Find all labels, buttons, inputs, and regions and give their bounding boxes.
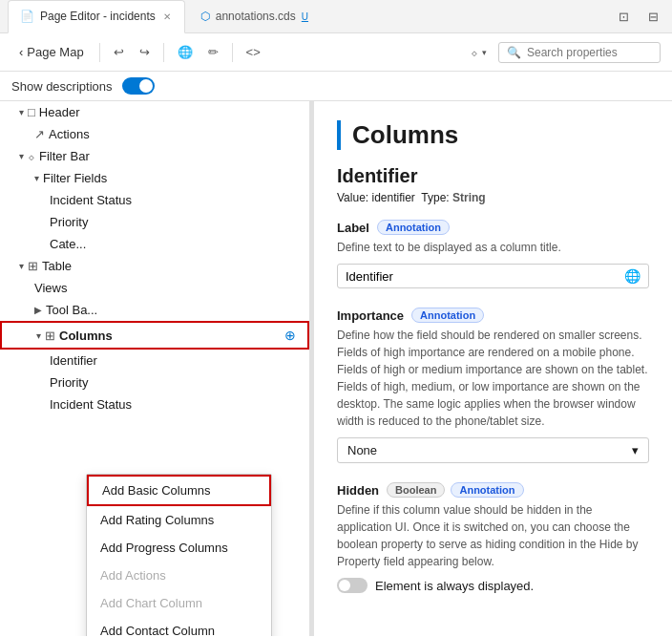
add-column-dropdown: Add Basic Columns Add Rating Columns Add… [86, 474, 272, 636]
tab-bar: 📄 Page Editor - incidents ✕ ⬡ annotation… [0, 0, 672, 33]
label-badge: Annotation [377, 220, 450, 235]
property-title: Identifier [337, 165, 649, 187]
tab-bar-actions: ⊡ ⊟ [613, 6, 664, 28]
importance-section: Importance Annotation Define how the fie… [337, 308, 649, 463]
undo-button[interactable]: ↩ [108, 41, 130, 63]
hidden-toggle-slider [337, 578, 368, 593]
tree-label-views: Views [34, 281, 67, 295]
filter-button[interactable]: ⬦ ▾ [465, 41, 493, 63]
importance-section-header: Importance Annotation [337, 308, 649, 323]
label-input-row: 🌐 [337, 264, 649, 288]
code-button[interactable]: <> [241, 41, 266, 63]
tree-item-filter-fields[interactable]: ▾ Filter Fields [0, 167, 309, 189]
tree-label-filter-bar: Filter Bar [39, 149, 90, 163]
tree-label-incident-status-col: Incident Status [50, 397, 132, 412]
label-section-header: Label Annotation [337, 220, 649, 235]
tab-annotations-label: annotations.cds [216, 10, 296, 23]
dropdown-add-chart: Add Chart Column [87, 589, 271, 617]
tab-close-page-editor[interactable]: ✕ [161, 10, 173, 24]
chevron-columns-icon: ▾ [36, 330, 41, 341]
page-editor-icon: 📄 [20, 10, 34, 23]
tree-item-filter-bar[interactable]: ▾ ⬦ Filter Bar [0, 145, 309, 167]
tree-item-views[interactable]: Views [0, 277, 309, 299]
show-descriptions-toggle[interactable] [122, 77, 155, 95]
type-value: String [452, 191, 486, 204]
importance-title: Importance [337, 308, 404, 323]
tab-page-editor[interactable]: 📄 Page Editor - incidents ✕ [8, 0, 185, 33]
hidden-description: Define if this column value should be hi… [337, 501, 649, 570]
dropdown-add-progress[interactable]: Add Progress Columns [87, 534, 271, 562]
label-section: Label Annotation Define text to be displ… [337, 220, 649, 288]
annotations-icon: ⬡ [200, 10, 210, 23]
tree-item-incident-status-col[interactable]: Incident Status [0, 393, 309, 415]
tree-label-priority-col: Priority [50, 375, 88, 390]
tree-label-filter-fields: Filter Fields [43, 171, 107, 185]
header-box-icon: □ [28, 105, 35, 119]
globe-translate-icon[interactable]: 🌐 [624, 268, 640, 284]
desc-bar: Show descriptions [0, 72, 672, 101]
hidden-toggle-label: Element is always displayed. [375, 579, 534, 593]
toolbar-left: ‹ Page Map ↩ ↪ 🌐 ✏ <> [11, 41, 459, 63]
dropdown-add-rating[interactable]: Add Rating Columns [87, 506, 271, 534]
chevron-filter-bar-icon: ▾ [19, 151, 24, 161]
toggle-slider [122, 77, 155, 95]
redo-button[interactable]: ↪ [134, 41, 156, 63]
tree-label-priority: Priority [50, 215, 88, 229]
importance-description: Define how the field should be rendered … [337, 327, 649, 430]
tree-item-priority-col[interactable]: Priority [0, 372, 309, 393]
tree-label-columns: Columns [59, 329, 113, 343]
search-input[interactable] [527, 46, 651, 59]
tree-item-table[interactable]: ▾ ⊞ Table [0, 255, 309, 277]
tree-item-priority[interactable]: Priority [0, 211, 309, 233]
hidden-badge-boolean: Boolean [387, 482, 445, 498]
actions-icon: ↗ [34, 127, 45, 141]
toolbar: ‹ Page Map ↩ ↪ 🌐 ✏ <> ⬦ ▾ 🔍 [0, 33, 672, 72]
dropdown-add-basic[interactable]: Add Basic Columns [87, 475, 271, 506]
tree-item-tool-bar[interactable]: ▶ Tool Ba... [0, 299, 309, 321]
right-panel: Columns Identifier Value: identifier Typ… [314, 101, 672, 636]
tree-item-category[interactable]: Cate... [0, 233, 309, 255]
tree-label-header: Header [39, 105, 80, 119]
tab-annotations[interactable]: ⬡ annotations.cds U [189, 0, 320, 33]
chevron-filter-fields-icon: ▾ [34, 173, 39, 183]
left-panel: ▾ □ Header ↗ Actions ▾ ⬦ Filter Bar ▾ Fi… [0, 101, 310, 636]
tree-item-incident-status[interactable]: Incident Status [0, 189, 309, 211]
value-label: Value: [337, 191, 368, 204]
main-area: ▾ □ Header ↗ Actions ▾ ⬦ Filter Bar ▾ Fi… [0, 101, 672, 636]
importance-select[interactable]: None ▾ [337, 437, 649, 463]
toolbar-separator-1 [99, 43, 100, 62]
value-value: identifier [371, 191, 414, 204]
brush-button[interactable]: ✏ [202, 41, 224, 63]
chevron-tool-bar-icon: ▶ [34, 305, 42, 315]
tree-label-incident-status: Incident Status [50, 193, 132, 207]
tree-item-identifier[interactable]: Identifier [0, 350, 309, 372]
toolbar-right: ⬦ ▾ 🔍 [465, 41, 661, 63]
hidden-section-header: Hidden Boolean Annotation [337, 482, 649, 498]
hidden-toggle[interactable] [337, 578, 368, 593]
search-icon: 🔍 [507, 46, 521, 59]
search-box[interactable]: 🔍 [498, 42, 661, 63]
filter-chevron-icon: ▾ [482, 48, 487, 57]
filter-icon: ⬦ [471, 45, 478, 59]
filter-bar-icon: ⬦ [28, 149, 35, 163]
page-map-button[interactable]: ‹ Page Map [11, 41, 92, 63]
tree-item-header[interactable]: ▾ □ Header [0, 101, 309, 123]
globe-button[interactable]: 🌐 [172, 41, 199, 63]
layout-icon[interactable]: ⊡ [613, 6, 635, 28]
tree-label-category: Cate... [50, 237, 86, 251]
chevron-header-icon: ▾ [19, 107, 24, 117]
dropdown-add-contact[interactable]: Add Contact Column [87, 617, 271, 636]
panel-resize-handle[interactable] [310, 101, 314, 636]
chevron-table-icon: ▾ [19, 261, 24, 271]
tab-annotations-badge: U [302, 11, 308, 22]
tree-item-columns[interactable]: ▾ ⊞ Columns ⊕ [0, 321, 309, 350]
add-column-button[interactable]: ⊕ [281, 326, 300, 345]
toolbar-separator-3 [232, 43, 233, 62]
label-input[interactable] [346, 269, 619, 284]
chevron-down-icon: ▾ [632, 443, 639, 457]
tree-label-actions: Actions [49, 127, 90, 141]
chevron-left-icon: ‹ [19, 45, 23, 59]
tree-item-actions[interactable]: ↗ Actions [0, 123, 309, 145]
split-view-icon[interactable]: ⊟ [642, 6, 664, 28]
importance-badge: Annotation [411, 308, 484, 323]
